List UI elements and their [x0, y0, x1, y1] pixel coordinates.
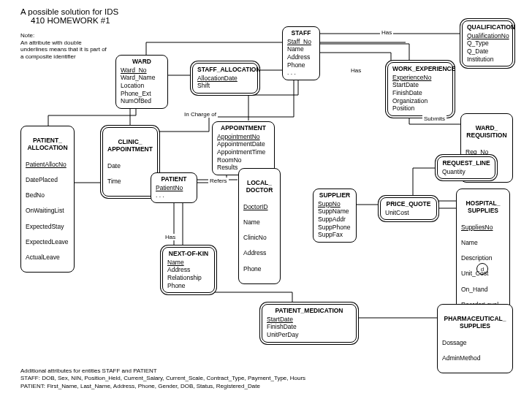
- entity-pharmaceutical-supplies: PHARMACEUTICAL_ SUPPLIES Dossage AdminMe…: [437, 304, 513, 373]
- attr: DatePlaced: [26, 176, 69, 184]
- attr: Location: [121, 82, 163, 90]
- attr: Phone: [167, 282, 210, 290]
- attr: BedNo: [26, 191, 69, 199]
- attr: SuppFax: [318, 231, 352, 239]
- attr-id: QualificationNo: [467, 32, 508, 40]
- attr: Phone_Ext: [121, 90, 163, 98]
- title-line1: A possible solution for IDS: [20, 7, 118, 16]
- attr: AppointmentTime: [217, 148, 270, 156]
- attr: . . .: [156, 191, 192, 199]
- attr: Ward_Name: [121, 74, 163, 82]
- entity-staff-allocation: STAFF_ALLOCATION AllocationDate Shift: [192, 63, 258, 94]
- attr-id: PatientNo: [156, 184, 192, 192]
- footer-notes: Additional attributes for entities STAFF…: [20, 368, 305, 390]
- label-refers: Refers: [208, 178, 229, 184]
- title-block: A possible solution for IDS 410 HOMEWORK…: [20, 7, 118, 25]
- attr: AdminMethod: [442, 354, 508, 362]
- attr: ExpectedLeave: [26, 238, 69, 246]
- attr: Quantity: [442, 168, 490, 176]
- attr: Dossage: [442, 339, 508, 347]
- attr-id: AppointmentNo: [217, 133, 270, 141]
- entity-name: LOCAL_ DOCTOR: [243, 179, 276, 194]
- entity-staff: STAFF Staff_No Name Address Phone . . .: [282, 26, 320, 80]
- attr-id: PatientAllocNo: [26, 161, 69, 169]
- attr: Name: [287, 45, 315, 53]
- attr: ExpectedStay: [26, 223, 69, 231]
- attr: OnWaitingList: [26, 207, 69, 215]
- entity-clinic-appointment: CLINIC_ APPOINTMENT Date Time: [102, 127, 158, 197]
- entity-name: NEXT-OF-KIN: [167, 250, 210, 258]
- attr: Name: [461, 239, 505, 247]
- title-line2: 410 HOMEWORK #1: [31, 16, 118, 25]
- label-submits: Submits: [422, 115, 446, 122]
- entity-patient: PATIENT PatientNo . . .: [151, 172, 197, 203]
- attr-id: DoctorID: [243, 203, 276, 211]
- attr: Organization: [392, 97, 448, 105]
- entity-name: HOSPITAL_ SUPPLIES: [461, 199, 505, 215]
- label-has: Has: [349, 67, 362, 74]
- entity-name: WARD_ REQUISITION: [466, 124, 508, 140]
- entity-name: STAFF: [287, 29, 315, 37]
- entity-local-doctor: LOCAL_ DOCTOR DoctorID Name ClinicNo Add…: [238, 168, 281, 284]
- entity-patient-allocation: PATIENT_ ALLOCATION PatientAllocNo DateP…: [20, 126, 75, 273]
- entity-request-line: REQUEST_LINE Quantity: [437, 156, 495, 179]
- entity-ward: WARD Ward_No Ward_Name Location Phone_Ex…: [115, 55, 168, 109]
- attr: NumOfBed: [121, 97, 163, 105]
- footer-heading: Additional attributes for entities STAFF…: [20, 368, 305, 375]
- attr: Phone: [243, 265, 276, 273]
- attr: StartDate: [392, 81, 448, 89]
- entity-hospital-supplies: HOSPITAL_ SUPPLIES SuppliesNo Name Descr…: [456, 189, 510, 320]
- attr: SuppName: [318, 207, 352, 216]
- attr-id: AllocationDate: [197, 75, 253, 83]
- attr-id: Ward_No: [121, 66, 163, 75]
- entity-name: PHARMACEUTICAL_ SUPPLIES: [442, 315, 508, 330]
- label-has: Has: [164, 234, 177, 240]
- entity-name: SUPPLIER: [318, 191, 352, 199]
- entity-name: STAFF_ALLOCATION: [197, 66, 253, 74]
- note-block: Note: An attribute with double underline…: [20, 32, 108, 60]
- attr: Address: [167, 266, 210, 274]
- attr: SuppAddr: [318, 216, 352, 224]
- entity-price-quote: PRICE_QUOTE UnitCost: [380, 197, 437, 220]
- attr: Name: [243, 218, 276, 226]
- attr: ActualLeave: [26, 254, 69, 262]
- attr-id: ExperienceNo: [392, 74, 448, 82]
- entity-name: APPOINTMENT: [217, 124, 270, 132]
- attr: AppointmentDate: [217, 140, 270, 148]
- attr-id: StartDate: [267, 316, 352, 324]
- attr-id: Staff_No: [287, 38, 315, 46]
- entity-name: PATIENT: [156, 175, 192, 183]
- diagram-canvas: A possible solution for IDS 410 HOMEWORK…: [0, 0, 532, 396]
- entity-name: PATIENT_ ALLOCATION: [26, 137, 69, 152]
- entity-name: REQUEST_LINE: [442, 159, 490, 167]
- attr: ClinicNo: [243, 234, 276, 242]
- attr: UnitPerDay: [267, 331, 352, 339]
- entity-name: PRICE_QUOTE: [385, 200, 432, 208]
- entity-name: QUALIFICATION: [467, 23, 508, 31]
- attr: Q_Type: [467, 39, 508, 47]
- attr: Q_Date: [467, 47, 508, 56]
- entity-work-experience: WORK_EXPERIENCE ExperienceNo StartDate F…: [387, 62, 453, 116]
- entity-qualification: QUALIFICATION QualificationNo Q_Type Q_D…: [462, 20, 513, 66]
- attr: UnitCost: [385, 209, 432, 217]
- entity-name: PATIENT_MEDICATION: [267, 307, 352, 315]
- entity-next-of-kin: NEXT-OF-KIN Name Address Relationship Ph…: [162, 247, 215, 293]
- attr-id: SuppliesNo: [461, 224, 505, 232]
- attr: Description: [461, 254, 505, 262]
- footer-patient-attrs: PATIENT: First_Name, Last_Name, Address,…: [20, 383, 305, 390]
- entity-appointment: APPOINTMENT AppointmentNo AppointmentDat…: [212, 121, 275, 175]
- attr: Address: [243, 249, 276, 257]
- disjoint-d-circle: d: [476, 263, 488, 275]
- attr: Address: [287, 53, 315, 61]
- attr: SuppPhone: [318, 224, 352, 232]
- attr: RoomNo: [217, 156, 270, 164]
- entity-patient-medication: PATIENT_MEDICATION StartDate FinishDate …: [262, 304, 357, 343]
- attr-id: SuppNo: [318, 200, 352, 208]
- attr: Relationship: [167, 274, 210, 282]
- attr: . . .: [287, 69, 315, 77]
- attr: Shift: [197, 82, 253, 90]
- footer-staff-attrs: STAFF: DOB, Sex, NIN, Position_Held, Cur…: [20, 375, 305, 382]
- label-has: Has: [380, 29, 393, 36]
- attr: Institution: [467, 56, 508, 64]
- attr: FinishDate: [392, 89, 448, 97]
